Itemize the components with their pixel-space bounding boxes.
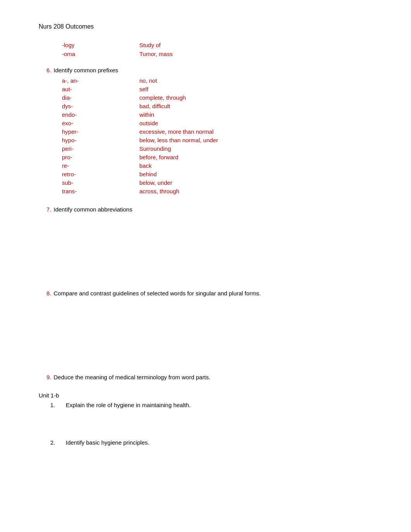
suffix-definition: Tumor, mass — [139, 51, 173, 57]
section6-block: 6. Identify common prefixes a-, an-no, n… — [39, 67, 372, 194]
item-text: Explain the role of hygiene in maintaini… — [66, 402, 191, 408]
prefix-term: re- — [62, 162, 139, 169]
section7-number: 7. — [46, 206, 51, 213]
prefix-definition: self — [139, 86, 148, 92]
unit-item: 1.Explain the role of hygiene in maintai… — [50, 402, 372, 408]
prefix-row: peri-Surrounding — [62, 145, 372, 152]
prefix-definition: Surrounding — [139, 145, 171, 152]
prefix-row: re-back — [62, 162, 372, 169]
prefix-term: a-, an- — [62, 77, 139, 84]
prefix-row: dia-complete, through — [62, 94, 372, 101]
prefix-row: hyper-excessive, more than normal — [62, 128, 372, 135]
suffix-row: -omaTumor, mass — [62, 51, 372, 57]
prefix-definition: below, under — [139, 179, 172, 186]
prefix-row: hypo-below, less than normal, under — [62, 137, 372, 143]
section9-block: 9. Deduce the meaning of medical termino… — [46, 374, 372, 380]
prefix-term: sub- — [62, 179, 139, 186]
prefix-term: trans- — [62, 188, 139, 194]
prefix-definition: within — [139, 111, 154, 118]
prefix-term: exo- — [62, 120, 139, 126]
prefix-definition: behind — [139, 171, 157, 177]
prefix-term: dia- — [62, 94, 139, 101]
prefix-row: aut-self — [62, 86, 372, 92]
section8-number: 8. — [46, 290, 51, 297]
prefix-definition: bad, difficult — [139, 103, 170, 109]
section7-block: 7. Identify common abbreviations — [46, 206, 372, 213]
unit-item: 2.Identify basic hygiene principles. — [50, 439, 372, 446]
prefix-definition: excessive, more than normal — [139, 128, 214, 135]
section6-title: Identify common prefixes — [54, 67, 118, 73]
prefix-definition: before, forward — [139, 154, 178, 160]
item-number: 2. — [50, 439, 66, 446]
prefix-row: dys-bad, difficult — [62, 103, 372, 109]
prefix-term: pro- — [62, 154, 139, 160]
item-number: 1. — [50, 402, 66, 408]
prefix-row: trans-across, through — [62, 188, 372, 194]
section8-title: Compare and contrast guidelines of selec… — [54, 290, 261, 297]
prefix-row: endo-within — [62, 111, 372, 118]
prefix-term: aut- — [62, 86, 139, 92]
section9-title: Deduce the meaning of medical terminolog… — [54, 374, 211, 380]
prefix-definition: back — [139, 162, 152, 169]
prefix-definition: complete, through — [139, 94, 186, 101]
suffix-term: -oma — [62, 51, 139, 57]
prefix-row: pro-before, forward — [62, 154, 372, 160]
item-text: Identify basic hygiene principles. — [66, 439, 149, 446]
page-title: Nurs 208 Outcomes — [39, 23, 372, 30]
prefix-row: retro-behind — [62, 171, 372, 177]
suffix-definition: Study of — [139, 42, 161, 48]
section6-number: 6. — [46, 67, 51, 73]
suffix-row: -logyStudy of — [62, 42, 372, 48]
suffix-table: -logyStudy of-omaTumor, mass — [62, 42, 372, 57]
suffix-term: -logy — [62, 42, 139, 48]
prefix-row: exo-outside — [62, 120, 372, 126]
prefix-definition: below, less than normal, under — [139, 137, 218, 143]
prefix-term: retro- — [62, 171, 139, 177]
prefix-definition: across, through — [139, 188, 179, 194]
prefix-term: hyper- — [62, 128, 139, 135]
prefix-row: sub-below, under — [62, 179, 372, 186]
unit1b-items: 1.Explain the role of hygiene in maintai… — [39, 402, 372, 446]
section7-title: Identify common abbreviations — [54, 206, 132, 213]
prefix-table: a-, an-no, notaut-selfdia-complete, thro… — [62, 77, 372, 194]
prefix-definition: no, not — [139, 77, 157, 84]
prefix-term: endo- — [62, 111, 139, 118]
prefix-row: a-, an-no, not — [62, 77, 372, 84]
prefix-term: dys- — [62, 103, 139, 109]
section9-number: 9. — [46, 374, 51, 380]
unit1b-block: Unit 1-b 1.Explain the role of hygiene i… — [39, 392, 372, 446]
prefix-term: peri- — [62, 145, 139, 152]
prefix-definition: outside — [139, 120, 158, 126]
section8-block: 8. Compare and contrast guidelines of se… — [46, 290, 372, 297]
unit1b-title: Unit 1-b — [39, 392, 372, 399]
prefix-term: hypo- — [62, 137, 139, 143]
